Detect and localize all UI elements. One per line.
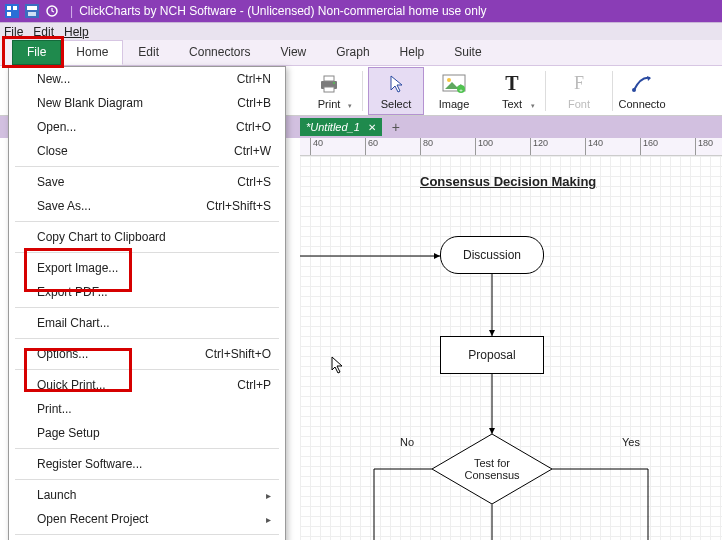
connector-icon <box>630 72 654 96</box>
ruler: 40 60 80 100 120 140 160 180 <box>300 138 722 156</box>
titlebar-separator: | <box>70 4 73 18</box>
ruler-tick: 120 <box>530 138 548 156</box>
svg-point-16 <box>632 88 636 92</box>
menubar: File Edit Help <box>0 22 722 40</box>
file-menu-dropdown: New...Ctrl+N New Blank DiagramCtrl+B Ope… <box>8 66 286 540</box>
menu-item-open-recent[interactable]: Open Recent Project <box>9 507 285 531</box>
tab-edit[interactable]: Edit <box>123 40 174 65</box>
svg-rect-1 <box>7 6 11 10</box>
ribbon-print[interactable]: Print ▾ <box>301 67 357 115</box>
svg-rect-6 <box>28 12 36 16</box>
svg-rect-3 <box>7 12 11 16</box>
app-title: ClickCharts by NCH Software - (Unlicense… <box>79 4 486 18</box>
font-icon: F <box>567 72 591 96</box>
ribbon-select[interactable]: Select <box>368 67 424 115</box>
menu-item-register[interactable]: Register Software... <box>9 452 285 476</box>
ribbon-separator <box>612 71 613 111</box>
svg-text:+: + <box>459 87 463 93</box>
svg-point-11 <box>333 82 335 84</box>
history-icon[interactable] <box>44 3 60 19</box>
menu-item-print[interactable]: Print... <box>9 397 285 421</box>
svg-rect-5 <box>27 6 37 10</box>
app-icon-1[interactable] <box>4 3 20 19</box>
ruler-tick: 60 <box>365 138 378 156</box>
menu-item-options[interactable]: Options...Ctrl+Shift+O <box>9 342 285 366</box>
menu-item-export-image[interactable]: Export Image... <box>9 256 285 280</box>
image-icon: + <box>442 72 466 96</box>
ruler-tick: 160 <box>640 138 658 156</box>
edge-label-yes: Yes <box>622 436 640 448</box>
edge-label-no: No <box>400 436 414 448</box>
menu-item-launch[interactable]: Launch <box>9 483 285 507</box>
chart-title: Consensus Decision Making <box>420 174 596 189</box>
ribbon-print-label: Print <box>318 98 341 110</box>
ruler-tick: 40 <box>310 138 323 156</box>
node-label: Proposal <box>468 348 515 362</box>
menu-item-close[interactable]: CloseCtrl+W <box>9 139 285 163</box>
menu-help[interactable]: Help <box>64 25 89 39</box>
ribbon-connector[interactable]: Connecto <box>618 67 666 115</box>
node-label: Test for Consensus <box>432 434 552 504</box>
menu-item-copy-clipboard[interactable]: Copy Chart to Clipboard <box>9 225 285 249</box>
ruler-tick: 80 <box>420 138 433 156</box>
svg-point-13 <box>447 78 451 82</box>
tab-help[interactable]: Help <box>385 40 440 65</box>
node-label: Discussion <box>463 248 521 262</box>
ribbon-image[interactable]: + Image <box>426 67 482 115</box>
menu-item-save[interactable]: SaveCtrl+S <box>9 170 285 194</box>
menu-item-new[interactable]: New...Ctrl+N <box>9 67 285 91</box>
ribbon-text[interactable]: T Text ▾ <box>484 67 540 115</box>
node-test-consensus[interactable]: Test for Consensus <box>432 434 552 504</box>
menu-edit[interactable]: Edit <box>33 25 54 39</box>
svg-rect-10 <box>324 87 334 92</box>
titlebar: | ClickCharts by NCH Software - (Unlicen… <box>0 0 722 22</box>
cursor-icon <box>384 72 408 96</box>
menu-item-page-setup[interactable]: Page Setup <box>9 421 285 445</box>
ruler-tick: 140 <box>585 138 603 156</box>
ribbon-image-label: Image <box>439 98 470 110</box>
tab-connectors[interactable]: Connectors <box>174 40 265 65</box>
menu-item-quick-print[interactable]: Quick Print...Ctrl+P <box>9 373 285 397</box>
menu-file[interactable]: File <box>4 25 23 39</box>
doc-tab-label: *Untitled_1 <box>306 121 360 133</box>
chevron-down-icon: ▾ <box>348 102 352 110</box>
tab-home[interactable]: Home <box>61 40 123 65</box>
text-icon: T <box>500 72 524 96</box>
tabstrip: File Home Edit Connectors View Graph Hel… <box>0 40 722 66</box>
tab-suite[interactable]: Suite <box>439 40 496 65</box>
tab-view[interactable]: View <box>265 40 321 65</box>
mouse-cursor-icon <box>330 356 344 377</box>
ribbon-separator <box>362 71 363 111</box>
menu-item-export-pdf[interactable]: Export PDF... <box>9 280 285 304</box>
svg-rect-9 <box>324 76 334 81</box>
add-tab-button[interactable]: + <box>386 117 406 137</box>
chevron-down-icon: ▾ <box>531 102 535 110</box>
tab-graph[interactable]: Graph <box>321 40 384 65</box>
close-icon[interactable]: ✕ <box>368 122 376 133</box>
node-discussion[interactable]: Discussion <box>440 236 544 274</box>
save-icon[interactable] <box>24 3 40 19</box>
ribbon-font: F Font <box>551 67 607 115</box>
menu-item-save-as[interactable]: Save As...Ctrl+Shift+S <box>9 194 285 218</box>
canvas[interactable]: Consensus Decision Making Discussion Pro… <box>300 156 722 540</box>
ribbon-separator <box>545 71 546 111</box>
node-proposal[interactable]: Proposal <box>440 336 544 374</box>
ribbon-connector-label: Connecto <box>618 98 665 110</box>
tab-file[interactable]: File <box>12 40 61 65</box>
print-icon <box>317 72 341 96</box>
doc-tab-untitled[interactable]: *Untitled_1 ✕ <box>300 118 382 136</box>
menu-item-email-chart[interactable]: Email Chart... <box>9 311 285 335</box>
ribbon-font-label: Font <box>568 98 590 110</box>
ruler-tick: 180 <box>695 138 713 156</box>
ribbon-text-label: Text <box>502 98 522 110</box>
ribbon-select-label: Select <box>381 98 412 110</box>
svg-rect-2 <box>13 6 17 10</box>
menu-item-open[interactable]: Open...Ctrl+O <box>9 115 285 139</box>
menu-item-new-blank[interactable]: New Blank DiagramCtrl+B <box>9 91 285 115</box>
ruler-tick: 100 <box>475 138 493 156</box>
